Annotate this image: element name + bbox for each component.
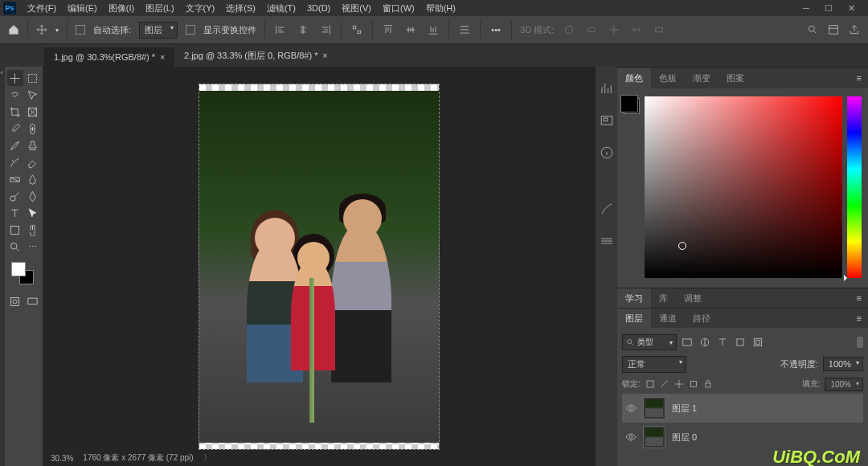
brushes-icon[interactable] [600, 234, 614, 248]
blend-mode-select[interactable]: 正常 [622, 356, 686, 373]
quick-select-tool[interactable] [24, 87, 40, 103]
layer-thumbnail[interactable] [643, 397, 665, 419]
foreground-color[interactable] [11, 262, 26, 276]
menu-filter[interactable]: 滤镜(T) [262, 1, 301, 16]
opacity-value[interactable]: 100% [823, 357, 863, 371]
tab-channels[interactable]: 通道 [651, 309, 685, 329]
minimize-button[interactable]: ─ [800, 2, 812, 14]
menu-select[interactable]: 选择(S) [221, 1, 260, 16]
brush-tool[interactable] [7, 137, 23, 153]
move-tool[interactable] [7, 70, 23, 86]
align-left-icon[interactable] [273, 22, 288, 37]
lock-pixels-icon[interactable] [660, 378, 669, 390]
screen-mode-icon[interactable] [24, 293, 40, 309]
menu-layer[interactable]: 图层(L) [141, 1, 178, 16]
tab-gradients[interactable]: 渐变 [685, 68, 719, 88]
filter-pixel-icon[interactable] [682, 337, 693, 348]
eraser-tool[interactable] [24, 154, 40, 170]
edit-toolbar[interactable]: ⋯ [24, 239, 40, 255]
color-preview[interactable] [624, 98, 640, 114]
align-right-icon[interactable] [318, 22, 333, 37]
tab-adjustments[interactable]: 调整 [676, 288, 710, 309]
histogram-icon[interactable] [600, 81, 614, 96]
marquee-tool[interactable] [24, 70, 40, 86]
zoom-tool[interactable] [7, 239, 23, 255]
healing-tool[interactable] [24, 121, 40, 137]
filter-toggle[interactable] [857, 337, 863, 348]
filter-type-icon[interactable] [717, 337, 728, 348]
auto-select-target[interactable]: 图层 [139, 22, 178, 39]
filter-shape-icon[interactable] [735, 337, 746, 348]
lock-artboard-icon[interactable] [689, 378, 698, 390]
distribute-icon[interactable] [350, 22, 364, 37]
color-swatches[interactable] [6, 260, 41, 289]
auto-select-checkbox[interactable] [76, 25, 85, 35]
filter-smart-icon[interactable] [752, 337, 764, 348]
tab-close-icon[interactable]: × [160, 53, 165, 62]
menu-help[interactable]: 帮助(H) [421, 1, 461, 16]
menu-file[interactable]: 文件(F) [23, 1, 61, 16]
layer-filter-type[interactable]: 类型 ▾ [622, 334, 677, 350]
layer-item[interactable]: 图层 0 [622, 423, 863, 452]
tab-swatches[interactable]: 色板 [651, 68, 685, 88]
menu-view[interactable]: 视图(V) [337, 1, 376, 16]
menu-window[interactable]: 窗口(W) [378, 1, 420, 16]
more-options-icon[interactable]: ••• [489, 22, 503, 37]
layer-name[interactable]: 图层 0 [672, 431, 697, 444]
lock-all-icon[interactable] [703, 378, 713, 390]
shape-tool[interactable] [7, 222, 23, 238]
type-tool[interactable] [7, 205, 23, 221]
menu-type[interactable]: 文字(Y) [181, 1, 220, 16]
close-button[interactable]: ✕ [845, 2, 857, 14]
crop-tool[interactable] [7, 104, 23, 120]
hue-slider[interactable] [847, 96, 862, 278]
blur-tool[interactable] [24, 171, 40, 187]
canvas[interactable]: 30.3% 1760 像素 x 2677 像素 (72 ppi) 〉 [43, 67, 595, 466]
visibility-icon[interactable] [625, 431, 637, 443]
menu-3d[interactable]: 3D(D) [302, 2, 335, 14]
document-tab[interactable]: 2.jpg @ 33.3% (图层 0, RGB/8#) * × [174, 45, 337, 67]
move-tool-icon[interactable] [36, 24, 47, 35]
fill-value[interactable]: 100% [825, 378, 863, 391]
tab-libraries[interactable]: 库 [651, 288, 676, 309]
gradient-tool[interactable] [7, 171, 23, 187]
share-icon[interactable] [849, 24, 860, 35]
visibility-icon[interactable] [625, 403, 637, 414]
align-bottom-icon[interactable] [426, 22, 440, 37]
tab-color[interactable]: 颜色 [617, 68, 651, 88]
tab-layers[interactable]: 图层 [617, 309, 651, 329]
align-top-icon[interactable] [381, 22, 395, 37]
align-hcenter-icon[interactable] [296, 22, 310, 37]
tab-close-icon[interactable]: × [322, 51, 327, 60]
panel-menu-icon[interactable]: ≡ [850, 73, 868, 83]
filter-adjust-icon[interactable] [699, 337, 710, 348]
lasso-tool[interactable] [7, 87, 23, 103]
pen-tool[interactable] [24, 188, 40, 204]
eyedropper-tool[interactable] [7, 121, 23, 137]
tab-patterns[interactable]: 图案 [719, 68, 752, 88]
color-field[interactable] [645, 96, 842, 278]
menu-edit[interactable]: 编辑(E) [63, 1, 102, 16]
frame-tool[interactable] [24, 104, 40, 120]
brush-settings-icon[interactable] [600, 202, 614, 216]
panel-menu-icon[interactable]: ≡ [850, 293, 868, 303]
tab-paths[interactable]: 路径 [685, 309, 719, 329]
layer-name[interactable]: 图层 1 [672, 403, 697, 415]
navigator-icon[interactable] [600, 113, 614, 128]
panel-menu-icon[interactable]: ≡ [850, 313, 868, 323]
tab-learn[interactable]: 学习 [617, 288, 651, 309]
status-more-icon[interactable]: 〉 [203, 452, 211, 464]
layer-item[interactable]: 图层 1 [622, 394, 863, 423]
stamp-tool[interactable] [24, 137, 40, 153]
show-transform-checkbox[interactable] [186, 25, 195, 35]
workspace-icon[interactable] [828, 24, 839, 35]
menu-image[interactable]: 图像(I) [104, 1, 139, 16]
hand-tool[interactable] [24, 222, 40, 238]
dodge-tool[interactable] [7, 188, 23, 204]
document-dimensions[interactable]: 1760 像素 x 2677 像素 (72 ppi) [83, 452, 193, 464]
quick-mask-icon[interactable] [7, 293, 23, 309]
layer-thumbnail[interactable] [643, 426, 665, 448]
history-brush-tool[interactable] [7, 154, 23, 170]
path-select-tool[interactable] [24, 205, 40, 221]
info-icon[interactable] [600, 145, 614, 160]
